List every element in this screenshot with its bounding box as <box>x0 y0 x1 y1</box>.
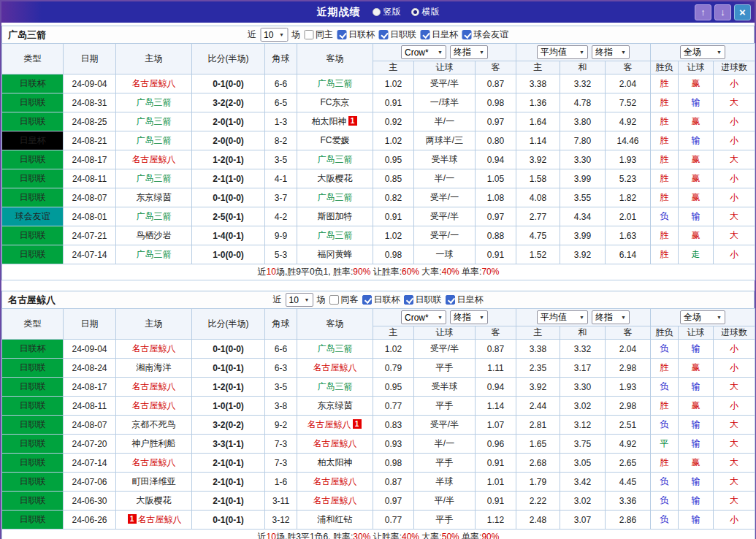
goals-result-cell: 小 <box>714 188 755 207</box>
column-header: 进球数 <box>714 61 755 74</box>
column-header: 胜负 <box>651 61 679 74</box>
scope-select[interactable]: 全场▼ <box>680 310 725 324</box>
column-header: 让球 <box>679 61 714 74</box>
date-cell: 24-08-21 <box>64 131 116 150</box>
league-checkbox[interactable]: 日职联 <box>404 294 442 306</box>
league-checkbox[interactable]: 日职联 <box>378 28 416 41</box>
team-link: 广岛三箭 <box>137 97 172 107</box>
avg-draw-cell: 3.30 <box>560 150 606 169</box>
home-odds-cell: 1.02 <box>373 340 414 359</box>
league-checkbox[interactable]: 日皇杯 <box>420 28 458 41</box>
scroll-down-button[interactable]: ↓ <box>714 4 731 20</box>
section-header: 名古屋鲸八近10▼场同客日联杯日职联日皇杯 <box>1 291 755 308</box>
layout-radio-vertical[interactable]: 竖版 <box>373 6 401 18</box>
away-odds-cell: 0.91 <box>476 245 516 264</box>
away-team-cell: 名古屋鲸八 <box>297 473 373 492</box>
bookmaker-stage-select[interactable]: 终指▼ <box>450 45 488 59</box>
team-link: 名古屋鲸八 <box>313 438 357 448</box>
match-row: 日职联24-08-24湘南海洋0-1(0-1)6-3名古屋鲸八0.79平手1.1… <box>2 359 755 378</box>
select-value: 全场 <box>684 311 701 324</box>
recent-count-select[interactable]: 10▼ <box>286 293 313 307</box>
home-odds-cell: 0.77 <box>373 511 414 530</box>
checkbox-checked-icon <box>420 30 429 39</box>
layout-radio-horizontal[interactable]: 横版 <box>411 6 440 18</box>
score-cell: 2-1(0-1) <box>192 454 265 473</box>
avg-away-cell: 2.98 <box>606 359 651 378</box>
close-button[interactable]: × <box>734 4 751 20</box>
select-value: 10 <box>289 295 299 305</box>
avg-draw-cell: 7.80 <box>560 131 606 150</box>
score-cell: 2-0(0-0) <box>192 131 265 150</box>
away-team-cell: 广岛三箭 <box>297 74 373 93</box>
result-cell: 胜 <box>651 93 679 112</box>
bookmaker-stage-select[interactable]: 终指▼ <box>450 310 488 324</box>
team-link: 柏太阳神 <box>312 116 347 126</box>
away-odds-cell: 0.94 <box>476 378 516 397</box>
column-header: 类型 <box>2 44 64 74</box>
average-select[interactable]: 平均值▼ <box>537 45 588 59</box>
summary-segment: 单率: <box>459 532 482 539</box>
match-row: 日职联24-06-261名古屋鲸八0-1(0-1)3-12浦和红钻0.77平手1… <box>2 511 755 530</box>
same-venue-checkbox[interactable]: 同客 <box>329 294 359 306</box>
select-value: Crow* <box>405 47 429 58</box>
home-odds-cell: 0.85 <box>373 169 414 188</box>
away-team-cell: 柏太阳神1 <box>297 112 373 131</box>
away-odds-cell: 0.87 <box>476 340 516 359</box>
bookmaker-select[interactable]: Crow*▼ <box>401 310 446 324</box>
handicap-line-cell: 一/球半 <box>414 93 476 112</box>
window-title: 近期战绩 <box>317 6 361 19</box>
avg-draw-cell: 4.34 <box>560 207 606 226</box>
same-venue-checkbox[interactable]: 同主 <box>304 28 333 41</box>
section-header: 广岛三箭近10▼场同主日联杯日职联日皇杯球会友谊 <box>1 26 755 43</box>
result-cell: 胜 <box>651 150 679 169</box>
league-checkbox[interactable]: 日联杯 <box>337 28 375 41</box>
home-team-cell: 大阪樱花 <box>116 492 192 511</box>
column-header: 主场 <box>116 44 192 74</box>
scope-select[interactable]: 全场▼ <box>680 45 725 59</box>
league-checkbox[interactable]: 球会友谊 <box>462 28 508 41</box>
bookmaker-select[interactable]: Crow*▼ <box>401 45 446 59</box>
avg-draw-cell: 3.55 <box>560 188 606 207</box>
select-value: 全场 <box>684 46 701 58</box>
handicap-line-cell: 半球 <box>414 473 476 492</box>
date-cell: 24-07-06 <box>64 473 116 492</box>
away-team-cell: 东京绿茵 <box>297 397 373 416</box>
avg-away-cell: 2.04 <box>606 74 651 93</box>
summary-segment: 10 <box>267 532 276 539</box>
handicap-line-cell: 半/一 <box>414 435 476 454</box>
away-odds-cell: 1.05 <box>476 169 516 188</box>
league-checkbox[interactable]: 日皇杯 <box>446 294 484 306</box>
summary-segment: 30% <box>353 532 370 539</box>
select-value: 10 <box>264 30 273 40</box>
summary-line: 近10场,胜3平1负6, 胜率:30% 让胜率:40% 大率:50% 单率:90… <box>2 530 755 539</box>
result-cell: 胜 <box>651 112 679 131</box>
league-checkbox[interactable]: 日联杯 <box>362 294 400 306</box>
avg-home-cell: 2.44 <box>516 397 560 416</box>
goals-result-cell: 小 <box>714 245 755 264</box>
average-select[interactable]: 平均值▼ <box>537 310 588 324</box>
home-odds-cell: 0.83 <box>373 416 414 435</box>
score-cell: 2-5(0-1) <box>192 207 265 226</box>
average-stage-select[interactable]: 终指▼ <box>592 310 630 324</box>
chevron-down-icon: ▼ <box>579 50 584 55</box>
match-row: 日职联24-08-17名古屋鲸八1-2(0-1)3-5广岛三箭0.95受半球0.… <box>2 150 755 169</box>
scroll-up-button[interactable]: ↑ <box>695 4 711 20</box>
avg-home-cell: 1.14 <box>516 131 560 150</box>
home-team-cell: 东京绿茵 <box>116 188 192 207</box>
average-stage-select[interactable]: 终指▼ <box>592 45 630 59</box>
chevron-down-icon: ▼ <box>479 50 484 55</box>
checkbox-checked-icon <box>362 295 372 305</box>
recent-count-select[interactable]: 10▼ <box>260 28 288 42</box>
match-row: 日职联24-07-06町田泽维亚2-1(0-1)1-6名古屋鲸八0.87半球1.… <box>2 473 755 492</box>
avg-draw-cell: 3.02 <box>560 492 606 511</box>
team-link: 广岛三箭 <box>137 249 172 259</box>
team-link: 广岛三箭 <box>137 173 172 183</box>
select-value: 终指 <box>595 311 613 324</box>
away-team-cell: 广岛三箭 <box>297 340 373 359</box>
home-odds-cell: 0.77 <box>373 397 414 416</box>
checkbox-unchecked-icon <box>329 295 339 305</box>
handicap-line-cell: 半/一 <box>414 112 476 131</box>
checkbox-label: 日皇杯 <box>457 294 484 306</box>
avg-away-cell: 1.93 <box>606 378 651 397</box>
handicap-result-cell: 输 <box>679 435 714 454</box>
